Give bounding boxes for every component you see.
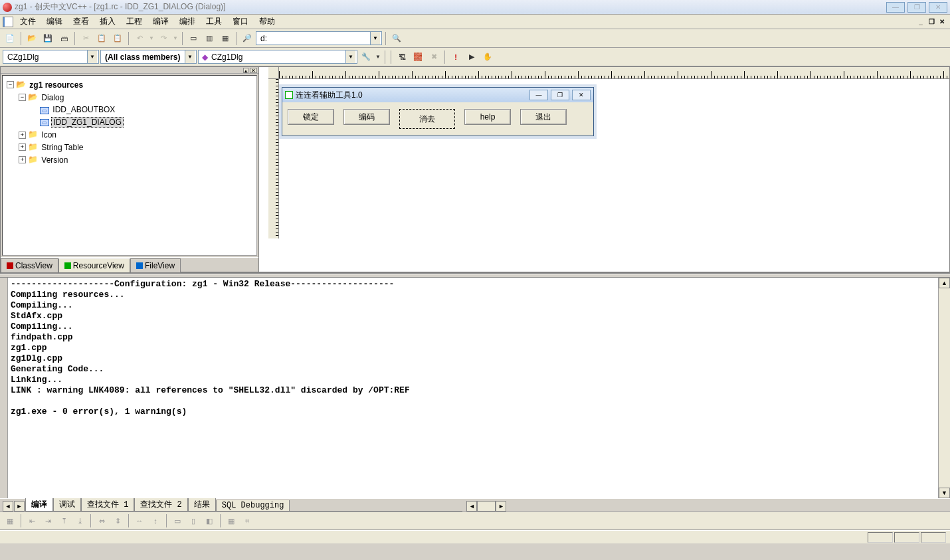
sidebar-dock-icon[interactable]: ▴ bbox=[243, 68, 248, 73]
tab-resourceview[interactable]: ResourceView bbox=[58, 258, 130, 272]
filter-combo[interactable]: (All class members) ▼ bbox=[100, 50, 197, 64]
expand-icon[interactable]: + bbox=[19, 143, 26, 151]
find-in-files-icon[interactable] bbox=[240, 31, 254, 46]
cut-icon[interactable] bbox=[78, 31, 93, 46]
tree-dialog[interactable]: Dialog bbox=[40, 93, 65, 102]
menu-window[interactable]: 窗口 bbox=[227, 15, 254, 29]
same-height-icon[interactable]: ▯ bbox=[186, 513, 201, 528]
menu-edit[interactable]: 编辑 bbox=[41, 15, 68, 29]
mock-maximize-icon[interactable]: ❐ bbox=[551, 90, 569, 100]
output-tab-debug[interactable]: 调试 bbox=[53, 498, 81, 512]
mock-close-icon[interactable]: ✕ bbox=[572, 90, 591, 100]
center-horiz-icon[interactable]: ⇕ bbox=[110, 513, 125, 528]
center-vert-icon[interactable]: ⇔ bbox=[94, 513, 109, 528]
scroll-down-icon[interactable]: ▼ bbox=[939, 488, 950, 498]
tree-version[interactable]: Version bbox=[40, 155, 69, 165]
chevron-down-icon[interactable]: ▼ bbox=[87, 50, 97, 63]
find-combo[interactable]: d: ▼ bbox=[256, 31, 382, 45]
wizard-action-icon[interactable] bbox=[359, 50, 373, 64]
new-icon[interactable] bbox=[3, 31, 17, 46]
menu-file[interactable]: 文件 bbox=[15, 15, 41, 29]
expand-icon[interactable]: + bbox=[19, 156, 26, 163]
test-dialog-icon[interactable]: ▦ bbox=[3, 513, 17, 528]
mock-minimize-icon[interactable]: — bbox=[529, 90, 548, 100]
minimize-button[interactable]: — bbox=[886, 2, 905, 13]
output-tab-find2[interactable]: 查找文件 2 bbox=[134, 498, 187, 512]
menu-insert[interactable]: 插入 bbox=[94, 15, 121, 29]
tab-classview[interactable]: ClassView bbox=[1, 258, 58, 272]
align-bottom-icon[interactable]: ⤓ bbox=[72, 513, 87, 528]
collapse-icon[interactable]: − bbox=[7, 81, 14, 88]
output-text[interactable]: --------------------Configuration: zg1 -… bbox=[8, 278, 938, 498]
menu-view[interactable]: 查看 bbox=[68, 15, 94, 29]
undo-drop-icon[interactable]: ▼ bbox=[148, 31, 155, 46]
output-tab-sql[interactable]: SQL Debugging bbox=[216, 500, 290, 512]
mock-button-help[interactable]: help bbox=[464, 109, 511, 125]
toggle-guides-icon[interactable]: ⌗ bbox=[240, 513, 254, 528]
class-combo[interactable]: CZg1Dlg ▼ bbox=[3, 50, 99, 64]
wizard-drop-icon[interactable]: ▼ bbox=[375, 50, 381, 64]
compile-icon[interactable] bbox=[395, 50, 409, 64]
same-width-icon[interactable]: ▭ bbox=[170, 513, 185, 528]
mock-button-lock[interactable]: 锁定 bbox=[288, 109, 334, 125]
output-vscroll[interactable]: ▲ ▼ bbox=[938, 278, 950, 498]
open-icon[interactable] bbox=[25, 31, 39, 46]
paste-icon[interactable] bbox=[110, 31, 125, 46]
collapse-icon[interactable]: − bbox=[19, 94, 26, 101]
expand-icon[interactable]: + bbox=[19, 132, 26, 139]
menu-project[interactable]: 工程 bbox=[121, 15, 147, 29]
mock-dialog[interactable]: 连连看辅助工具1.0 — ❐ ✕ 锁定 编码 消去 help 退出 bbox=[282, 87, 594, 136]
stop-build-icon[interactable] bbox=[427, 50, 441, 64]
redo-icon[interactable] bbox=[156, 31, 171, 46]
mock-button-exit[interactable]: 退出 bbox=[520, 109, 567, 125]
save-icon[interactable] bbox=[41, 31, 55, 46]
chevron-down-icon[interactable]: ▼ bbox=[345, 50, 355, 63]
align-left-icon[interactable]: ⇤ bbox=[25, 513, 39, 528]
break-icon[interactable] bbox=[480, 50, 495, 64]
mock-button-clear[interactable]: 消去 bbox=[399, 109, 455, 129]
mdi-restore[interactable]: ❐ bbox=[926, 17, 937, 27]
member-combo[interactable]: CZg1Dlg ▼ bbox=[198, 50, 357, 64]
dialog-editor[interactable]: 连连看辅助工具1.0 — ❐ ✕ 锁定 编码 消去 help 退出 bbox=[259, 66, 950, 272]
align-right-icon[interactable]: ⇥ bbox=[41, 513, 55, 528]
sidebar-close-icon[interactable]: ✕ bbox=[250, 68, 257, 73]
menu-tools[interactable]: 工具 bbox=[201, 15, 227, 29]
tree-zg1dialog[interactable]: IDD_ZG1_DIALOG bbox=[51, 117, 124, 128]
output-tab-build[interactable]: 编译 bbox=[25, 498, 53, 512]
close-button[interactable]: ✕ bbox=[929, 2, 947, 13]
menu-help[interactable]: 帮助 bbox=[254, 15, 280, 29]
tab-scroll-left-icon[interactable]: ◄ bbox=[3, 501, 13, 512]
scroll-thumb[interactable] bbox=[477, 501, 496, 512]
output-tab-results[interactable]: 结果 bbox=[188, 498, 216, 512]
tree-stringtable[interactable]: String Table bbox=[40, 143, 84, 152]
mock-button-encode[interactable]: 编码 bbox=[343, 109, 390, 125]
space-across-icon[interactable]: ↔ bbox=[132, 513, 147, 528]
menu-build[interactable]: 编译 bbox=[147, 15, 174, 29]
scroll-right-icon[interactable]: ► bbox=[496, 501, 506, 512]
tree-root[interactable]: zg1 resources bbox=[28, 80, 84, 90]
redo-drop-icon[interactable]: ▼ bbox=[172, 31, 179, 46]
workspace-icon[interactable] bbox=[186, 31, 201, 46]
windowlist-icon[interactable] bbox=[218, 31, 233, 46]
output-tab-find1[interactable]: 查找文件 1 bbox=[81, 498, 134, 512]
resource-tree[interactable]: − zg1 resources − Dialog + IDD_ABOUTBOX … bbox=[2, 75, 257, 256]
execute-icon[interactable]: ! bbox=[448, 50, 463, 64]
output-hscroll[interactable]: ◄ ► bbox=[466, 501, 506, 512]
scroll-left-icon[interactable]: ◄ bbox=[466, 501, 477, 512]
scroll-up-icon[interactable]: ▲ bbox=[939, 278, 950, 288]
maximize-button[interactable]: ❐ bbox=[907, 2, 926, 13]
mdi-minimize[interactable]: _ bbox=[915, 17, 926, 27]
tab-fileview[interactable]: FileView bbox=[130, 258, 181, 272]
output-icon[interactable] bbox=[202, 31, 217, 46]
tab-scroll-right-icon[interactable]: ► bbox=[14, 501, 25, 512]
same-size-icon[interactable]: ◧ bbox=[202, 513, 217, 528]
save-all-icon[interactable] bbox=[56, 31, 71, 46]
tree-icon[interactable]: Icon bbox=[40, 130, 58, 140]
go-icon[interactable]: ▶ bbox=[464, 50, 479, 64]
build-icon[interactable]: 🧱 bbox=[411, 50, 425, 64]
copy-icon[interactable] bbox=[94, 31, 109, 46]
menu-layout[interactable]: 编排 bbox=[174, 15, 201, 29]
align-top-icon[interactable]: ⤒ bbox=[56, 513, 71, 528]
chevron-down-icon[interactable]: ▼ bbox=[370, 32, 380, 45]
space-down-icon[interactable]: ↕ bbox=[148, 513, 163, 528]
